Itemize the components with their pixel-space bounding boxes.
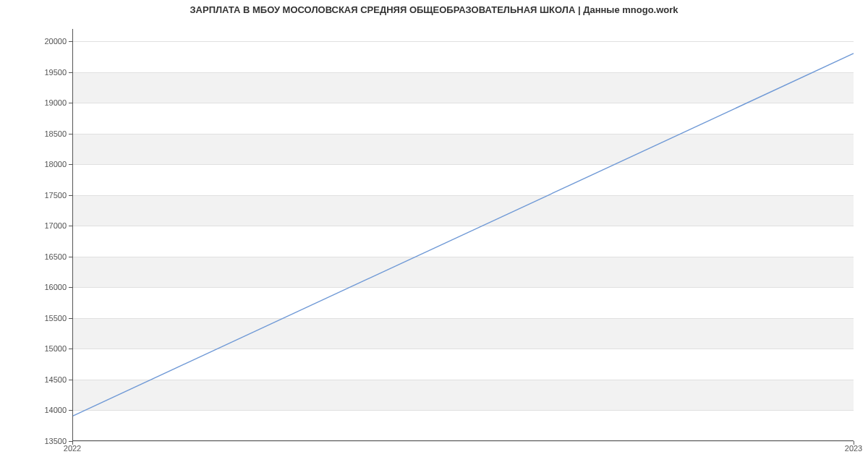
- y-tick-mark: [69, 287, 72, 288]
- y-tick-mark: [69, 164, 72, 165]
- y-tick-mark: [69, 349, 72, 349]
- chart-container: ЗАРПЛАТА В МБОУ МОСОЛОВСКАЯ СРЕДНЯЯ ОБЩЕ…: [0, 0, 868, 470]
- y-tick-mark: [69, 318, 72, 319]
- y-tick-mark: [69, 195, 72, 196]
- y-tick-label: 14500: [9, 375, 67, 384]
- plot-area: [72, 29, 854, 441]
- gridline: [73, 441, 854, 442]
- y-tick-label: 17500: [9, 191, 67, 200]
- y-tick-label: 18000: [9, 160, 67, 168]
- y-tick-mark: [69, 380, 72, 380]
- line-layer: [73, 29, 854, 440]
- x-tick-mark: [72, 441, 73, 445]
- y-tick-label: 15500: [9, 314, 67, 322]
- y-tick-mark: [69, 41, 72, 42]
- y-tick-mark: [69, 257, 72, 257]
- y-tick-label: 13500: [9, 437, 67, 445]
- y-tick-mark: [69, 72, 72, 73]
- y-tick-label: 20000: [9, 37, 67, 46]
- y-tick-label: 18500: [9, 129, 67, 138]
- y-tick-label: 14000: [9, 406, 67, 414]
- x-tick-label: 2022: [64, 444, 81, 453]
- y-tick-label: 19500: [9, 68, 67, 77]
- y-tick-mark: [69, 134, 72, 134]
- y-tick-label: 15000: [9, 344, 67, 353]
- y-tick-label: 19000: [9, 98, 67, 107]
- x-tick-mark: [854, 441, 854, 445]
- y-tick-mark: [69, 410, 72, 411]
- x-tick-label: 2023: [845, 444, 862, 453]
- y-tick-label: 17000: [9, 221, 67, 230]
- series-line: [73, 54, 854, 416]
- y-tick-mark: [69, 103, 72, 103]
- y-tick-label: 16500: [9, 252, 67, 261]
- y-tick-label: 16000: [9, 283, 67, 291]
- y-tick-mark: [69, 226, 72, 226]
- chart-title: ЗАРПЛАТА В МБОУ МОСОЛОВСКАЯ СРЕДНЯЯ ОБЩЕ…: [0, 4, 868, 15]
